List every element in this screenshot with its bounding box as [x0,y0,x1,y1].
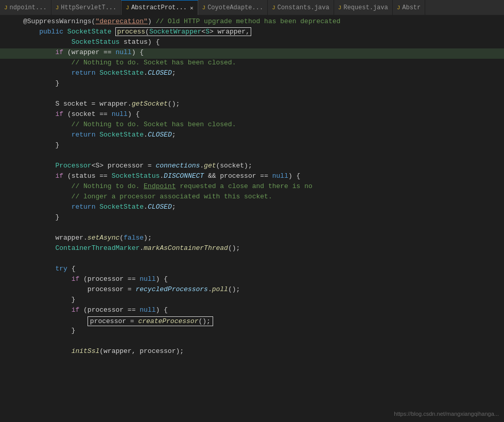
code-line [0,255,504,265]
tab-label-endpoint: ndpoint... [10,4,47,11]
tab-label-constants: Constants.java [277,4,329,11]
tab-icon-endpoint: J [4,5,8,11]
code-line: } [0,327,504,337]
close-icon-abstractprot[interactable]: ✕ [190,5,194,11]
code-line: ContainerThreadMarker.markAsContainerThr… [0,244,504,255]
code-line: } [0,141,504,151]
code-line: S socket = wrapper.getSocket(); [0,100,504,110]
tab-abstractprot[interactable]: J AbstractProt... ✕ [121,0,198,15]
tab-bar: J ndpoint... J HttpServletT... J Abstrac… [0,0,504,15]
tab-httpservlet[interactable]: J HttpServletT... [51,0,121,15]
code-line: return SocketState.CLOSED; [0,69,504,79]
watermark: https://blog.csdn.net/mangxiangqihanga..… [394,411,499,417]
tab-request[interactable]: J Request.java [334,0,393,15]
tab-label-abstractprot: AbstractProt... [131,4,187,11]
code-line: // Nothing to do. Socket has been closed… [0,59,504,69]
code-line: Processor<S> processor = connections.get… [0,162,504,172]
tab-icon-constants: J [272,5,275,11]
tab-icon-request: J [338,5,342,11]
code-line: if (processor == null) { [0,275,504,285]
code-line: // longer a processor associated with th… [0,193,504,203]
tab-icon-coyoteadapter: J [202,5,206,11]
tab-endpoint[interactable]: J ndpoint... [0,0,51,15]
code-line: return SocketState.CLOSED; [0,131,504,141]
tab-icon-httpservlet: J [56,5,59,11]
code-line: } [0,213,504,224]
tab-constants[interactable]: J Constants.java [268,0,334,15]
code-line [0,224,504,234]
code-line: if (status == SocketStatus.DISCONNECT &&… [0,172,504,182]
tab-icon-abstractprot: J [126,5,129,11]
code-line [0,337,504,347]
code-line: processor = createProcessor(); [0,316,504,327]
tab-coyoteadapter[interactable]: J CoyoteAdapte... [198,0,268,15]
code-line: return SocketState.CLOSED; [0,203,504,213]
tab-abstr[interactable]: J Abstr [393,0,426,15]
code-line: initSsl(wrapper, processor); [0,347,504,358]
code-line [0,151,504,162]
code-line: // Nothing to do. Endpoint requested a c… [0,182,504,193]
code-line: @SuppressWarnings("deprecation") // Old … [0,18,504,28]
tab-label-coyoteadapter: CoyoteAdapte... [207,4,263,11]
code-line: processor = recycledProcessors.poll(); [0,285,504,296]
code-line: SocketStatus status) { [0,38,504,48]
tab-label-httpservlet: HttpServletT... [61,4,116,11]
code-line: if (socket == null) { [0,110,504,121]
code-line: } [0,296,504,306]
code-line [0,90,504,100]
tab-label-abstr: Abstr [402,4,421,11]
code-line: public SocketState process(SocketWrapper… [0,28,504,38]
code-line: } [0,79,504,90]
code-line: if (processor == null) { [0,306,504,316]
code-line: try { [0,265,504,275]
code-line: // Nothing to do. Socket has been closed… [0,121,504,131]
code-line: wrapper.setAsync(false); [0,234,504,244]
tab-label-request: Request.java [343,4,388,11]
tab-icon-abstr: J [397,5,401,11]
code-line: if (wrapper == null) { [0,48,504,59]
code-editor: @SuppressWarnings("deprecation") // Old … [0,15,504,422]
